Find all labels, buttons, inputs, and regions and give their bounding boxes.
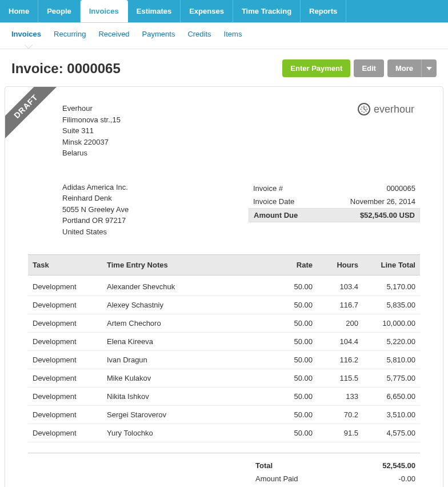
meta-amount-due-label: Amount Due (254, 211, 298, 219)
cell-rate: 50.00 (271, 369, 317, 388)
sub-tab-items[interactable]: Items (224, 30, 242, 38)
sub-tab-recurring[interactable]: Recurring (54, 30, 86, 38)
table-row: DevelopmentSergei Staroverov50.0070.23,5… (28, 406, 420, 424)
svg-point-7 (366, 111, 367, 112)
cell-total: 5,810.00 (363, 351, 420, 369)
svg-point-6 (361, 111, 362, 112)
total-row: Total 52,545.00 (28, 459, 420, 472)
meta-invoice-number-row: Invoice # 0000065 (249, 182, 420, 195)
cell-total: 5,835.00 (363, 296, 420, 314)
cell-total: 4,575.00 (363, 424, 420, 442)
cell-notes: Yury Tolochko (102, 424, 271, 442)
table-header-row: Task Time Entry Notes Rate Hours Line To… (28, 255, 420, 276)
client-city-zip: Portland OR 97217 (62, 215, 129, 226)
sub-tab-received[interactable]: Received (98, 30, 129, 38)
cell-rate: 50.00 (271, 314, 317, 333)
top-tab-home[interactable]: Home (0, 0, 38, 22)
invoice-meta-table: Invoice # 0000065 Invoice Date November … (249, 182, 420, 238)
amount-paid-row: Amount Paid -0.00 (28, 472, 420, 485)
cell-notes: Elena Kireeva (102, 333, 271, 351)
top-tab-reports[interactable]: Reports (301, 0, 346, 22)
cell-rate: 50.00 (271, 276, 317, 296)
cell-hours: 104.4 (317, 333, 363, 351)
cell-hours: 70.2 (317, 406, 363, 424)
cell-task: Development (28, 388, 102, 406)
top-tab-estimates[interactable]: Estimates (128, 0, 181, 22)
enter-payment-button[interactable]: Enter Payment (282, 59, 350, 77)
page-title-prefix: Invoice: (11, 61, 67, 76)
cell-notes: Alexander Shevchuk (102, 276, 271, 296)
sub-tab-credits[interactable]: Credits (187, 30, 211, 38)
header-buttons: Enter Payment Edit More (282, 59, 437, 77)
meta-invoice-number-value: 0000065 (386, 184, 415, 193)
sender-city-zip: Minsk 220037 (62, 137, 121, 148)
svg-point-4 (361, 107, 362, 108)
client-address: Adidas America Inc. Reinhard Denk 5055 N… (28, 182, 129, 238)
page-title-number: 0000065 (67, 61, 120, 76)
top-tab-invoices[interactable]: Invoices (81, 0, 128, 22)
cell-total: 5,220.00 (363, 333, 420, 351)
cell-task: Development (28, 296, 102, 314)
table-row: DevelopmentElena Kireeva50.00104.45,220.… (28, 333, 420, 351)
cell-notes: Alexey Schastniy (102, 296, 271, 314)
cell-rate: 50.00 (271, 296, 317, 314)
cell-rate: 50.00 (271, 388, 317, 406)
top-tab-time-tracking[interactable]: Time Tracking (233, 0, 301, 22)
sender-address: Everhour Filimonova str.,15 Suite 311 Mi… (28, 103, 121, 159)
sender-street: Filimonova str.,15 (62, 114, 121, 126)
line-items-table: Task Time Entry Notes Rate Hours Line To… (28, 254, 420, 442)
total-label: Total (221, 461, 335, 470)
cell-total: 6,650.00 (363, 388, 420, 406)
edit-button[interactable]: Edit (354, 59, 384, 77)
meta-invoice-date-value: November 26, 2014 (350, 197, 415, 206)
cell-total: 3,510.00 (363, 406, 420, 424)
sub-tab-payments[interactable]: Payments (142, 30, 175, 38)
table-row: DevelopmentAlexander Shevchuk50.00103.45… (28, 276, 420, 296)
cell-task: Development (28, 333, 102, 351)
top-tab-expenses[interactable]: Expenses (181, 0, 233, 22)
meta-amount-due-row: Amount Due $52,545.00 USD (249, 208, 420, 222)
invoice-top-section: Everhour Filimonova str.,15 Suite 311 Mi… (28, 103, 420, 159)
amount-paid-value: -0.00 (335, 474, 415, 483)
totals-section: Total 52,545.00 Amount Paid -0.00 Amount… (28, 453, 420, 487)
cell-task: Development (28, 369, 102, 388)
sender-suite: Suite 311 (62, 125, 121, 137)
meta-amount-due-value: $52,545.00 USD (360, 211, 415, 219)
cell-hours: 133 (317, 388, 363, 406)
top-tab-people[interactable]: People (38, 0, 81, 22)
cell-total: 5,775.00 (363, 369, 420, 388)
sender-country: Belarus (62, 147, 121, 159)
cell-task: Development (28, 406, 102, 424)
cell-task: Development (28, 424, 102, 442)
cell-hours: 103.4 (317, 276, 363, 296)
svg-line-9 (364, 109, 366, 110)
cell-hours: 116.2 (317, 351, 363, 369)
svg-point-3 (366, 109, 367, 110)
cell-hours: 200 (317, 314, 363, 333)
more-dropdown-caret[interactable] (421, 59, 437, 77)
cell-task: Development (28, 276, 102, 296)
company-logo: everhour (358, 103, 420, 159)
more-button[interactable]: More (387, 59, 421, 77)
client-contact: Reinhard Denk (62, 193, 129, 204)
page-header: Invoice: 0000065 Enter Payment Edit More (0, 49, 448, 86)
cell-hours: 91.5 (317, 424, 363, 442)
table-row: DevelopmentIvan Dragun50.00116.25,810.00 (28, 351, 420, 369)
meta-invoice-date-row: Invoice Date November 26, 2014 (249, 195, 420, 208)
col-task: Task (28, 255, 102, 276)
chevron-down-icon (426, 67, 432, 70)
client-name: Adidas America Inc. (62, 182, 129, 193)
svg-point-5 (366, 107, 367, 108)
col-rate: Rate (271, 255, 317, 276)
svg-point-0 (363, 106, 365, 107)
page-title: Invoice: 0000065 (11, 61, 121, 77)
table-row: DevelopmentYury Tolochko50.0091.54,575.0… (28, 424, 420, 442)
cell-rate: 50.00 (271, 351, 317, 369)
sub-tabs: InvoicesRecurringReceivedPaymentsCredits… (0, 23, 448, 49)
cell-task: Development (28, 314, 102, 333)
table-row: DevelopmentAlexey Schastniy50.00116.75,8… (28, 296, 420, 314)
sub-tab-invoices[interactable]: Invoices (11, 30, 41, 38)
cell-total: 5,170.00 (363, 276, 420, 296)
cell-rate: 50.00 (271, 424, 317, 442)
clock-icon (358, 103, 370, 115)
